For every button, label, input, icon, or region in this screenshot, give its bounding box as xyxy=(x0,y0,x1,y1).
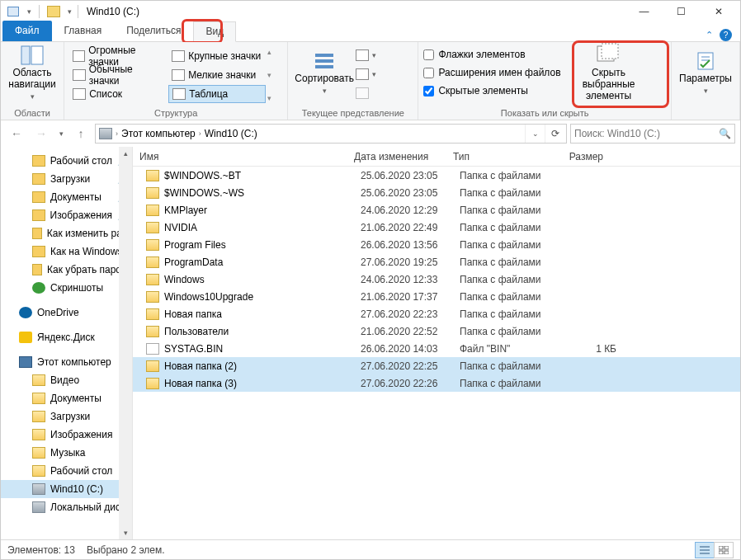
tab-view[interactable]: Вид xyxy=(193,21,236,42)
nav-pc-item[interactable]: Изображения xyxy=(1,426,132,444)
nav-quick-item[interactable]: Рабочий стол📌 xyxy=(1,152,132,170)
nav-quick-item[interactable]: Загрузки📌 xyxy=(1,170,132,188)
sort-button[interactable]: Сортировать ▾ xyxy=(293,45,356,101)
breadcrumb-thispc[interactable]: Этот компьютер xyxy=(120,128,197,139)
svg-rect-7 xyxy=(698,53,713,69)
layout-scroll-down-icon[interactable]: ▾ xyxy=(267,71,271,79)
nav-quick-item[interactable]: Документы📌 xyxy=(1,188,132,206)
nav-pc-item[interactable]: Загрузки xyxy=(1,407,132,426)
file-row[interactable]: KMPlayer24.06.2020 12:29Папка с файлами xyxy=(133,201,740,219)
ribbon: Область навигации ▾ Области Огромные зна… xyxy=(1,42,740,120)
chevron-icon[interactable]: › xyxy=(116,129,118,138)
nav-scrollbar[interactable]: ▴ ▾ xyxy=(119,147,132,539)
file-row[interactable]: Windows10Upgrade21.06.2020 17:37Папка с … xyxy=(133,288,740,305)
folder-icon xyxy=(146,291,159,303)
layout-option[interactable]: Мелкие значки xyxy=(168,66,266,84)
tab-share[interactable]: Поделиться xyxy=(114,21,193,41)
address-dropdown-button[interactable]: ⌄ xyxy=(525,125,545,143)
layout-option[interactable]: Таблица xyxy=(168,85,266,103)
file-type: Папка с файлами xyxy=(460,239,559,251)
file-row[interactable]: Пользователи21.06.2020 22:52Папка с файл… xyxy=(133,322,740,340)
checkbox-hidden-items[interactable]: Скрытые элементы xyxy=(423,82,560,99)
nav-onedrive[interactable]: OneDrive xyxy=(1,304,132,322)
column-header-type[interactable]: Тип xyxy=(446,151,545,162)
search-input[interactable]: Поиск: Wind10 (C:) 🔍 xyxy=(570,124,735,144)
file-row[interactable]: Program Files26.06.2020 13:56Папка с фай… xyxy=(133,236,740,253)
file-row[interactable]: $WINDOWS.~WS25.06.2020 23:05Папка с файл… xyxy=(133,184,740,201)
view-icons-button[interactable] xyxy=(714,542,734,558)
nav-quick-item[interactable]: Изображения📌 xyxy=(1,206,132,224)
nav-this-pc[interactable]: Этот компьютер xyxy=(1,353,132,371)
file-row[interactable]: SYSTAG.BIN26.06.2020 14:03Файл "BIN"1 КБ xyxy=(133,340,740,357)
checkbox-item-checkboxes[interactable]: Флажки элементов xyxy=(423,46,560,63)
navigation-pane-button[interactable]: Область навигации ▾ xyxy=(6,45,59,101)
layout-scroll-up-icon[interactable]: ▴ xyxy=(267,48,271,56)
address-row: ← → ▾ ↑ › Этот компьютер › Wind10 (C:) ⌄… xyxy=(1,120,740,147)
refresh-button[interactable]: ⟳ xyxy=(545,125,564,143)
folder-icon xyxy=(146,256,159,268)
file-row[interactable]: Windows24.06.2020 12:33Папка с файлами xyxy=(133,271,740,288)
folder-icon xyxy=(146,378,159,389)
close-button[interactable]: ✕ xyxy=(700,2,737,21)
chevron-icon[interactable]: › xyxy=(199,129,201,138)
address-bar[interactable]: › Этот компьютер › Wind10 (C:) ⌄ ⟳ xyxy=(95,124,567,144)
file-date: 21.06.2020 17:37 xyxy=(361,291,460,303)
scroll-up-icon[interactable]: ▴ xyxy=(119,147,132,160)
group-by-button[interactable]: ▾ xyxy=(356,46,408,64)
tab-file[interactable]: Файл xyxy=(2,21,52,41)
maximize-button[interactable]: ☐ xyxy=(663,2,700,21)
svg-rect-0 xyxy=(21,46,30,64)
up-button[interactable]: ↑ xyxy=(70,123,92,144)
file-name: Пользователи xyxy=(164,326,361,337)
nav-pc-item[interactable]: Видео xyxy=(1,371,132,389)
file-row[interactable]: Новая папка (3)27.06.2020 22:26Папка с ф… xyxy=(133,374,740,392)
file-row[interactable]: NVIDIA21.06.2020 22:49Папка с файлами xyxy=(133,219,740,236)
recent-locations-button[interactable]: ▾ xyxy=(55,123,67,144)
scroll-down-icon[interactable]: ▾ xyxy=(119,526,132,539)
svg-rect-4 xyxy=(315,65,333,68)
size-columns-button[interactable] xyxy=(356,84,408,102)
qat-explorer-icon[interactable] xyxy=(4,3,22,20)
nav-pc-item[interactable]: Музыка xyxy=(1,444,132,462)
column-header-size[interactable]: Размер xyxy=(545,151,611,162)
file-row[interactable]: Новая папка27.06.2020 22:23Папка с файла… xyxy=(133,305,740,322)
layout-option[interactable]: Список xyxy=(69,85,167,103)
column-header-date[interactable]: Дата изменения xyxy=(347,151,446,162)
layout-option[interactable]: Обычные значки xyxy=(69,66,167,84)
file-row[interactable]: $WINDOWS.~BT25.06.2020 23:05Папка с файл… xyxy=(133,167,740,184)
nav-pc-item[interactable]: Локальный диск xyxy=(1,498,132,516)
nav-pc-item[interactable]: Wind10 (C:) xyxy=(1,480,132,498)
add-columns-button[interactable]: ▾ xyxy=(356,65,408,83)
qat-dropdown[interactable]: ▾ xyxy=(24,3,34,20)
title-bar: ▾ ▾ Wind10 (C:) — ☐ ✕ xyxy=(1,1,740,21)
qat-overflow[interactable]: ▾ xyxy=(64,3,74,20)
search-icon[interactable]: 🔍 xyxy=(719,128,731,139)
hide-selected-button[interactable]: Скрыть выбранные элементы xyxy=(568,45,650,101)
file-row[interactable]: ProgramData27.06.2020 19:25Папка с файла… xyxy=(133,253,740,271)
back-button[interactable]: ← xyxy=(6,123,27,144)
minimize-button[interactable]: — xyxy=(625,2,663,21)
nav-pc-item[interactable]: Документы xyxy=(1,389,132,407)
file-type: Папка с файлами xyxy=(460,274,559,285)
breadcrumb-drive[interactable]: Wind10 (C:) xyxy=(203,128,259,139)
nav-pc-item[interactable]: Рабочий стол xyxy=(1,462,132,480)
nav-quick-item[interactable]: Как убрать пароль📌 xyxy=(1,261,132,279)
layout-option[interactable]: Крупные значки xyxy=(168,47,266,65)
file-row[interactable]: Новая папка (2)27.06.2020 22:25Папка с ф… xyxy=(133,357,740,374)
column-header-name[interactable]: Имя xyxy=(133,151,347,162)
forward-button[interactable]: → xyxy=(31,123,52,144)
view-details-button[interactable] xyxy=(695,542,715,558)
nav-quick-item[interactable]: Скриншоты📌 xyxy=(1,279,132,297)
layout-expand-icon[interactable]: ▾ xyxy=(267,94,271,102)
tab-home[interactable]: Главная xyxy=(52,21,115,41)
checkbox-file-extensions[interactable]: Расширения имен файлов xyxy=(423,64,560,81)
nav-quick-item[interactable]: Как на Windows📌 xyxy=(1,242,132,261)
nav-quick-item[interactable]: Как изменить разр📌 xyxy=(1,224,132,242)
help-icon[interactable]: ? xyxy=(720,29,732,41)
navigation-pane-label: Область навигации xyxy=(6,68,59,91)
layout-options: Огромные значкиКрупные значкиОбычные зна… xyxy=(69,47,266,103)
nav-yandex-disk[interactable]: Яндекс.Диск xyxy=(1,328,132,346)
collapse-ribbon-icon[interactable]: ⌃ xyxy=(706,30,713,40)
options-button[interactable]: Параметры ▾ xyxy=(677,45,734,101)
layout-option[interactable]: Огромные значки xyxy=(69,47,167,65)
